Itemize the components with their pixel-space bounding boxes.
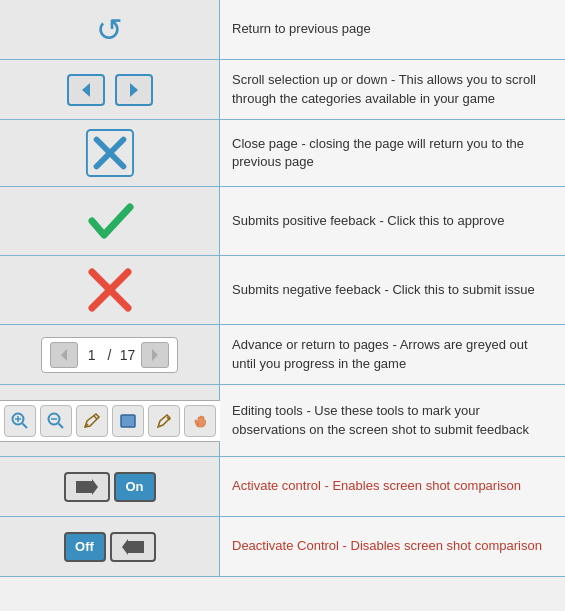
svg-marker-21 [122, 539, 144, 555]
desc-activate-text: Activate control - Enables screen shot c… [232, 477, 521, 495]
row-scroll: Scroll selection up or down - This allow… [0, 60, 565, 120]
row-deactivate: Off Deactivate Control - Disables screen… [0, 517, 565, 577]
row-return: ↺ Return to previous page [0, 0, 565, 60]
pencil-button[interactable] [76, 405, 108, 437]
svg-marker-1 [130, 83, 138, 97]
page-separator: / [108, 347, 112, 363]
desc-positive-text: Submits positive feeback - Click this to… [232, 212, 504, 230]
activate-arrow-button[interactable] [64, 472, 110, 502]
desc-deactivate-text: Deactivate Control - Disables screen sho… [232, 537, 542, 555]
svg-line-14 [58, 423, 63, 428]
right-arrow-icon [124, 80, 144, 100]
rectangle-icon [118, 411, 138, 431]
svg-line-16 [94, 416, 97, 419]
desc-scroll-text: Scroll selection up or down - This allow… [232, 71, 553, 107]
deactivate-arrow-button[interactable] [110, 532, 156, 562]
left-arrow-icon [76, 80, 96, 100]
activate-arrow-icon [74, 478, 100, 496]
icon-cell-return: ↺ [0, 0, 220, 59]
zoom-out-icon [46, 411, 66, 431]
close-x-icon [85, 127, 135, 179]
svg-marker-0 [82, 83, 90, 97]
page-prev-icon [56, 347, 72, 363]
desc-close: Close page - closing the page will retur… [220, 120, 565, 186]
desc-deactivate: Deactivate Control - Disables screen sho… [220, 517, 565, 576]
desc-negative-text: Submits negative feeback - Click this to… [232, 281, 535, 299]
row-edit-tools: Editing tools - Use these tools to mark … [0, 385, 565, 457]
icon-cell-activate: On [0, 457, 220, 516]
svg-line-10 [22, 423, 27, 428]
lr-arrows-group [67, 74, 153, 106]
row-negative: Submits negative feeback - Click this to… [0, 256, 565, 325]
svg-rect-18 [121, 415, 135, 427]
pencil-icon [82, 411, 102, 431]
icon-cell-scroll [0, 60, 220, 119]
row-close: Close page - closing the page will retur… [0, 120, 565, 187]
page-prev-button[interactable] [50, 342, 78, 368]
off-label: Off [75, 539, 94, 554]
icon-cell-paginate: 1 / 17 [0, 325, 220, 384]
desc-activate: Activate control - Enables screen shot c… [220, 457, 565, 516]
zoom-in-button[interactable] [4, 405, 36, 437]
desc-close-text: Close page - closing the page will retur… [232, 135, 553, 171]
icon-cell-edit-tools [0, 385, 220, 456]
close-x-container [85, 128, 135, 178]
on-label: On [125, 479, 143, 494]
highlight-icon [154, 411, 174, 431]
page-next-button[interactable] [141, 342, 169, 368]
desc-scroll: Scroll selection up or down - This allow… [220, 60, 565, 119]
deactivate-control-group: Off [64, 532, 156, 562]
left-arrow-button[interactable] [67, 74, 105, 106]
svg-marker-7 [61, 349, 67, 361]
deactivate-arrow-icon [120, 538, 146, 556]
desc-paginate-text: Advance or return to pages - Arrows are … [232, 336, 553, 372]
desc-negative: Submits negative feeback - Click this to… [220, 256, 565, 324]
activate-control-group: On [64, 472, 156, 502]
green-check-icon [84, 195, 136, 247]
page-next-icon [147, 347, 163, 363]
tools-bar-group [0, 400, 223, 442]
desc-positive: Submits positive feeback - Click this to… [220, 187, 565, 255]
on-button[interactable]: On [114, 472, 156, 502]
desc-edit-tools: Editing tools - Use these tools to mark … [220, 385, 565, 456]
page-nav-control: 1 / 17 [41, 337, 179, 373]
help-table: ↺ Return to previous page Sc [0, 0, 565, 577]
red-x-icon [84, 264, 136, 316]
off-button[interactable]: Off [64, 532, 106, 562]
rectangle-button[interactable] [112, 405, 144, 437]
desc-return-text: Return to previous page [232, 20, 371, 38]
right-arrow-button[interactable] [115, 74, 153, 106]
icon-cell-deactivate: Off [0, 517, 220, 576]
desc-paginate: Advance or return to pages - Arrows are … [220, 325, 565, 384]
highlight-button[interactable] [148, 405, 180, 437]
icon-cell-close [0, 120, 220, 186]
desc-edit-tools-text: Editing tools - Use these tools to mark … [232, 402, 553, 438]
icon-cell-negative [0, 256, 220, 324]
svg-marker-20 [76, 479, 98, 495]
svg-marker-8 [152, 349, 158, 361]
hand-icon [190, 411, 210, 431]
zoom-out-button[interactable] [40, 405, 72, 437]
desc-return: Return to previous page [220, 0, 565, 59]
row-activate: On Activate control - Enables screen sho… [0, 457, 565, 517]
pan-button[interactable] [184, 405, 216, 437]
zoom-in-icon [10, 411, 30, 431]
icon-cell-positive [0, 187, 220, 255]
return-arrow-icon: ↺ [96, 14, 123, 46]
row-positive: Submits positive feeback - Click this to… [0, 187, 565, 256]
row-paginate: 1 / 17 Advance or return to pages - Arro… [0, 325, 565, 385]
page-current: 1 [82, 347, 102, 363]
page-total: 17 [117, 347, 137, 363]
